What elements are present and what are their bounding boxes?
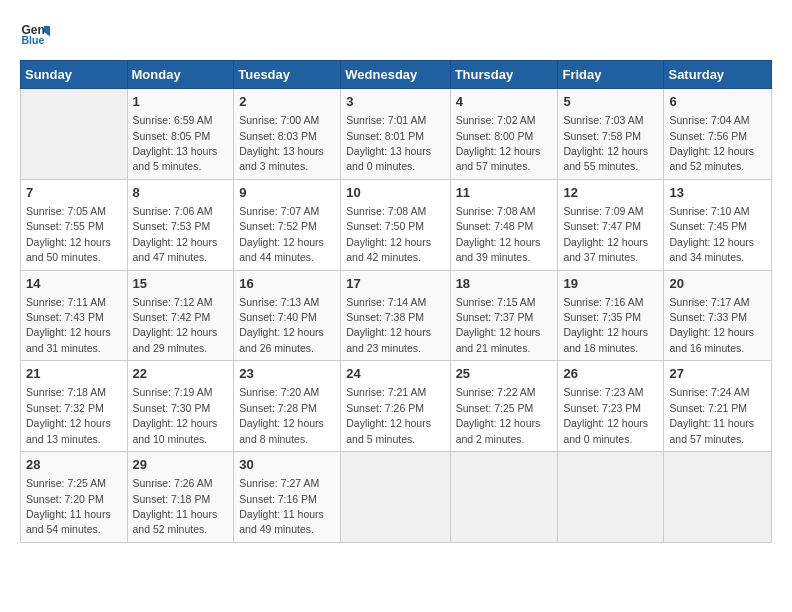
daylight-text: Daylight: 11 hours and 57 minutes. bbox=[669, 417, 754, 444]
sunrise-text: Sunrise: 7:08 AM bbox=[456, 205, 536, 217]
header-thursday: Thursday bbox=[450, 61, 558, 89]
sunrise-text: Sunrise: 7:10 AM bbox=[669, 205, 749, 217]
header-saturday: Saturday bbox=[664, 61, 772, 89]
calendar-cell: 11Sunrise: 7:08 AMSunset: 7:48 PMDayligh… bbox=[450, 179, 558, 270]
sunset-text: Sunset: 7:50 PM bbox=[346, 220, 424, 232]
day-number: 22 bbox=[133, 365, 229, 383]
day-number: 30 bbox=[239, 456, 335, 474]
sunset-text: Sunset: 7:52 PM bbox=[239, 220, 317, 232]
logo: General Blue bbox=[20, 20, 50, 50]
day-number: 19 bbox=[563, 275, 658, 293]
calendar-header-row: SundayMondayTuesdayWednesdayThursdayFrid… bbox=[21, 61, 772, 89]
daylight-text: Daylight: 12 hours and 47 minutes. bbox=[133, 236, 218, 263]
sunset-text: Sunset: 8:05 PM bbox=[133, 130, 211, 142]
daylight-text: Daylight: 12 hours and 21 minutes. bbox=[456, 326, 541, 353]
sunset-text: Sunset: 7:20 PM bbox=[26, 493, 104, 505]
daylight-text: Daylight: 12 hours and 37 minutes. bbox=[563, 236, 648, 263]
day-number: 23 bbox=[239, 365, 335, 383]
sunset-text: Sunset: 7:16 PM bbox=[239, 493, 317, 505]
calendar-cell: 20Sunrise: 7:17 AMSunset: 7:33 PMDayligh… bbox=[664, 270, 772, 361]
sunset-text: Sunset: 7:58 PM bbox=[563, 130, 641, 142]
calendar-cell bbox=[450, 452, 558, 543]
day-number: 1 bbox=[133, 93, 229, 111]
daylight-text: Daylight: 13 hours and 5 minutes. bbox=[133, 145, 218, 172]
calendar-cell: 29Sunrise: 7:26 AMSunset: 7:18 PMDayligh… bbox=[127, 452, 234, 543]
sunset-text: Sunset: 7:47 PM bbox=[563, 220, 641, 232]
sunrise-text: Sunrise: 7:23 AM bbox=[563, 386, 643, 398]
daylight-text: Daylight: 12 hours and 2 minutes. bbox=[456, 417, 541, 444]
sunrise-text: Sunrise: 7:12 AM bbox=[133, 296, 213, 308]
day-number: 5 bbox=[563, 93, 658, 111]
week-row-5: 28Sunrise: 7:25 AMSunset: 7:20 PMDayligh… bbox=[21, 452, 772, 543]
daylight-text: Daylight: 12 hours and 26 minutes. bbox=[239, 326, 324, 353]
daylight-text: Daylight: 12 hours and 39 minutes. bbox=[456, 236, 541, 263]
sunset-text: Sunset: 7:40 PM bbox=[239, 311, 317, 323]
daylight-text: Daylight: 12 hours and 18 minutes. bbox=[563, 326, 648, 353]
day-number: 3 bbox=[346, 93, 444, 111]
sunrise-text: Sunrise: 7:26 AM bbox=[133, 477, 213, 489]
calendar-cell: 6Sunrise: 7:04 AMSunset: 7:56 PMDaylight… bbox=[664, 89, 772, 180]
calendar-cell: 5Sunrise: 7:03 AMSunset: 7:58 PMDaylight… bbox=[558, 89, 664, 180]
page-header: General Blue bbox=[20, 20, 772, 50]
calendar-cell: 3Sunrise: 7:01 AMSunset: 8:01 PMDaylight… bbox=[341, 89, 450, 180]
sunrise-text: Sunrise: 7:00 AM bbox=[239, 114, 319, 126]
daylight-text: Daylight: 12 hours and 23 minutes. bbox=[346, 326, 431, 353]
daylight-text: Daylight: 12 hours and 16 minutes. bbox=[669, 326, 754, 353]
header-monday: Monday bbox=[127, 61, 234, 89]
calendar-cell: 18Sunrise: 7:15 AMSunset: 7:37 PMDayligh… bbox=[450, 270, 558, 361]
daylight-text: Daylight: 13 hours and 3 minutes. bbox=[239, 145, 324, 172]
sunrise-text: Sunrise: 7:25 AM bbox=[26, 477, 106, 489]
daylight-text: Daylight: 11 hours and 52 minutes. bbox=[133, 508, 218, 535]
daylight-text: Daylight: 12 hours and 44 minutes. bbox=[239, 236, 324, 263]
daylight-text: Daylight: 12 hours and 29 minutes. bbox=[133, 326, 218, 353]
sunset-text: Sunset: 8:01 PM bbox=[346, 130, 424, 142]
sunrise-text: Sunrise: 7:24 AM bbox=[669, 386, 749, 398]
day-number: 9 bbox=[239, 184, 335, 202]
daylight-text: Daylight: 11 hours and 49 minutes. bbox=[239, 508, 324, 535]
calendar-cell: 2Sunrise: 7:00 AMSunset: 8:03 PMDaylight… bbox=[234, 89, 341, 180]
sunrise-text: Sunrise: 7:14 AM bbox=[346, 296, 426, 308]
sunset-text: Sunset: 7:35 PM bbox=[563, 311, 641, 323]
sunset-text: Sunset: 7:45 PM bbox=[669, 220, 747, 232]
daylight-text: Daylight: 12 hours and 55 minutes. bbox=[563, 145, 648, 172]
sunrise-text: Sunrise: 7:27 AM bbox=[239, 477, 319, 489]
day-number: 10 bbox=[346, 184, 444, 202]
day-number: 26 bbox=[563, 365, 658, 383]
header-friday: Friday bbox=[558, 61, 664, 89]
day-number: 28 bbox=[26, 456, 122, 474]
sunset-text: Sunset: 7:25 PM bbox=[456, 402, 534, 414]
sunset-text: Sunset: 8:03 PM bbox=[239, 130, 317, 142]
sunrise-text: Sunrise: 7:03 AM bbox=[563, 114, 643, 126]
day-number: 29 bbox=[133, 456, 229, 474]
sunset-text: Sunset: 7:38 PM bbox=[346, 311, 424, 323]
sunrise-text: Sunrise: 7:15 AM bbox=[456, 296, 536, 308]
calendar-cell bbox=[558, 452, 664, 543]
sunset-text: Sunset: 7:28 PM bbox=[239, 402, 317, 414]
calendar-cell: 21Sunrise: 7:18 AMSunset: 7:32 PMDayligh… bbox=[21, 361, 128, 452]
sunset-text: Sunset: 7:30 PM bbox=[133, 402, 211, 414]
daylight-text: Daylight: 12 hours and 50 minutes. bbox=[26, 236, 111, 263]
sunrise-text: Sunrise: 7:02 AM bbox=[456, 114, 536, 126]
calendar-cell: 22Sunrise: 7:19 AMSunset: 7:30 PMDayligh… bbox=[127, 361, 234, 452]
header-sunday: Sunday bbox=[21, 61, 128, 89]
calendar-cell: 15Sunrise: 7:12 AMSunset: 7:42 PMDayligh… bbox=[127, 270, 234, 361]
day-number: 24 bbox=[346, 365, 444, 383]
sunset-text: Sunset: 7:42 PM bbox=[133, 311, 211, 323]
daylight-text: Daylight: 12 hours and 42 minutes. bbox=[346, 236, 431, 263]
daylight-text: Daylight: 12 hours and 31 minutes. bbox=[26, 326, 111, 353]
calendar-cell: 10Sunrise: 7:08 AMSunset: 7:50 PMDayligh… bbox=[341, 179, 450, 270]
daylight-text: Daylight: 12 hours and 13 minutes. bbox=[26, 417, 111, 444]
sunrise-text: Sunrise: 7:18 AM bbox=[26, 386, 106, 398]
calendar-cell: 9Sunrise: 7:07 AMSunset: 7:52 PMDaylight… bbox=[234, 179, 341, 270]
day-number: 13 bbox=[669, 184, 766, 202]
calendar-cell: 13Sunrise: 7:10 AMSunset: 7:45 PMDayligh… bbox=[664, 179, 772, 270]
sunset-text: Sunset: 7:53 PM bbox=[133, 220, 211, 232]
calendar-cell: 7Sunrise: 7:05 AMSunset: 7:55 PMDaylight… bbox=[21, 179, 128, 270]
day-number: 25 bbox=[456, 365, 553, 383]
daylight-text: Daylight: 12 hours and 5 minutes. bbox=[346, 417, 431, 444]
calendar-cell bbox=[664, 452, 772, 543]
calendar-cell: 27Sunrise: 7:24 AMSunset: 7:21 PMDayligh… bbox=[664, 361, 772, 452]
day-number: 6 bbox=[669, 93, 766, 111]
sunset-text: Sunset: 7:26 PM bbox=[346, 402, 424, 414]
calendar-cell: 1Sunrise: 6:59 AMSunset: 8:05 PMDaylight… bbox=[127, 89, 234, 180]
